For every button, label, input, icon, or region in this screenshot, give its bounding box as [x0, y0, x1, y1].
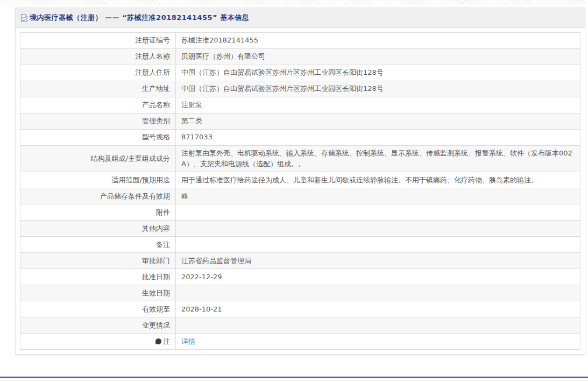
table-row: 结构及组成/主要组成成分注射泵由泵外壳、电机驱动系统、输入系统、存储系统、控制系… [20, 146, 580, 172]
row-value: 注射泵由泵外壳、电机驱动系统、输入系统、存储系统、控制系统、显示系统、传感监测系… [176, 146, 580, 172]
footer-background [0, 378, 588, 382]
registration-info-panel: 境内医疗器械（注册） —— “苏械注准20182141455” 基本信息 注册证… [15, 8, 585, 355]
row-label: 备注 [20, 237, 176, 253]
table-row: 产品储存条件及有效期略 [20, 188, 580, 204]
row-value [176, 204, 580, 221]
page-title: 境内医疗器械（注册） —— “苏械注准20182141455” 基本信息 [30, 13, 249, 23]
document-icon [20, 14, 27, 22]
table-row: 注册证编号苏械注准20182141455 [20, 33, 580, 49]
row-value: 2028-10-21 [176, 301, 580, 317]
row-label: 型号规格 [20, 130, 176, 146]
row-label: 其他内容 [20, 221, 176, 237]
row-label: 适用范围/预期用途 [20, 172, 176, 188]
row-label: 生效日期 [20, 285, 176, 301]
row-label: 产品名称 [20, 97, 176, 114]
row-value: 用于通过标准医疗给药途径为成人、儿童和新生儿间歇或连续静脉输注。不用于镇痛药、化… [176, 172, 580, 188]
table-row: 审批部门江苏省药品监督管理局 [20, 253, 580, 269]
row-value: 中国（江苏）自由贸易试验区苏州片区苏州工业园区长阳街128号 [176, 65, 580, 81]
row-value: 8717033 [176, 130, 580, 146]
table-row: 注册人名称贝朗医疗（苏州）有限公司 [20, 49, 580, 65]
row-label: 审批部门 [20, 253, 176, 269]
table-row: 注详情 [20, 334, 580, 350]
panel-body: 注册证编号苏械注准20182141455注册人名称贝朗医疗（苏州）有限公司注册人… [16, 28, 585, 354]
detail-link[interactable]: 详情 [181, 337, 195, 345]
row-label: 注册人住所 [20, 65, 176, 81]
note-icon [155, 338, 161, 344]
row-label: 管理类别 [20, 114, 176, 130]
row-value [176, 285, 580, 301]
table-row: 管理类别第二类 [20, 114, 580, 130]
table-row: 其他内容 [20, 221, 580, 237]
table-row: 注册人住所中国（江苏）自由贸易试验区苏州片区苏州工业园区长阳街128号 [20, 65, 580, 81]
row-value: 第二类 [176, 114, 580, 130]
table-row: 备注 [20, 237, 580, 253]
row-value [176, 317, 580, 334]
table-row: 有效期至2028-10-21 [20, 301, 580, 317]
registration-info-table: 注册证编号苏械注准20182141455注册人名称贝朗医疗（苏州）有限公司注册人… [20, 32, 580, 350]
row-value [176, 237, 580, 253]
row-label: 注册证编号 [20, 33, 176, 49]
row-label: 注 [20, 334, 176, 350]
table-row: 附件 [20, 204, 580, 221]
row-value: 苏械注准20182141455 [176, 33, 580, 49]
row-label: 产品储存条件及有效期 [20, 188, 176, 204]
row-label: 生产地址 [20, 81, 176, 97]
row-value: 2022-12-29 [176, 269, 580, 285]
row-label: 有效期至 [20, 301, 176, 317]
row-label: 批准日期 [20, 269, 176, 285]
row-value: 江苏省药品监督管理局 [176, 253, 580, 269]
table-row: 适用范围/预期用途用于通过标准医疗给药途径为成人、儿童和新生儿间歇或连续静脉输注… [20, 172, 580, 188]
row-value: 注射泵 [176, 97, 580, 114]
top-hatched-strip [0, 0, 588, 4]
table-row: 变更情况 [20, 317, 580, 334]
row-value: 略 [176, 188, 580, 204]
row-label: 注册人名称 [20, 49, 176, 65]
table-row: 产品名称注射泵 [20, 97, 580, 114]
table-row: 批准日期2022-12-29 [20, 269, 580, 285]
info-table-body: 注册证编号苏械注准20182141455注册人名称贝朗医疗（苏州）有限公司注册人… [20, 33, 580, 350]
table-row: 型号规格8717033 [20, 130, 580, 146]
row-value: 中国（江苏）自由贸易试验区苏州片区苏州工业园区长阳街128号 [176, 81, 580, 97]
row-value [176, 221, 580, 237]
panel-header: 境内医疗器械（注册） —— “苏械注准20182141455” 基本信息 [16, 8, 585, 28]
row-value: 贝朗医疗（苏州）有限公司 [176, 49, 580, 65]
table-row: 生产地址中国（江苏）自由贸易试验区苏州片区苏州工业园区长阳街128号 [20, 81, 580, 97]
row-value: 详情 [176, 334, 580, 350]
table-row: 生效日期 [20, 285, 580, 301]
row-label: 结构及组成/主要组成成分 [20, 146, 176, 172]
row-label: 附件 [20, 204, 176, 221]
row-label: 变更情况 [20, 317, 176, 334]
